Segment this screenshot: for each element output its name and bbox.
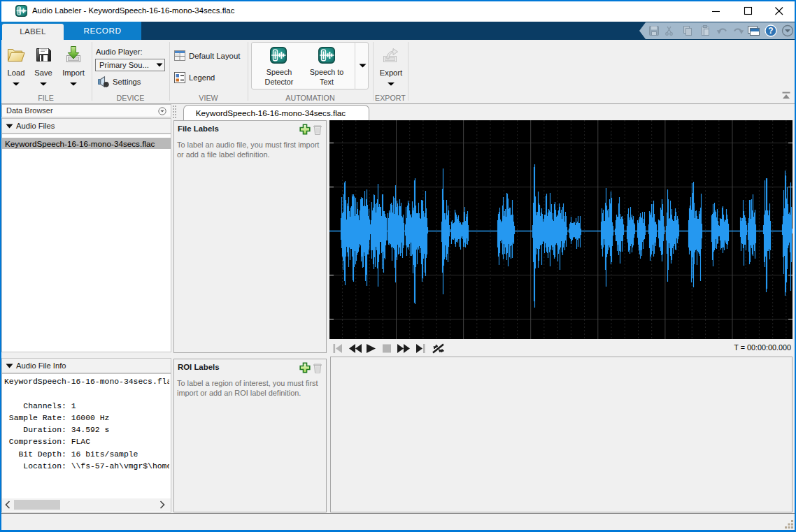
svg-text:?: ? xyxy=(768,26,773,36)
